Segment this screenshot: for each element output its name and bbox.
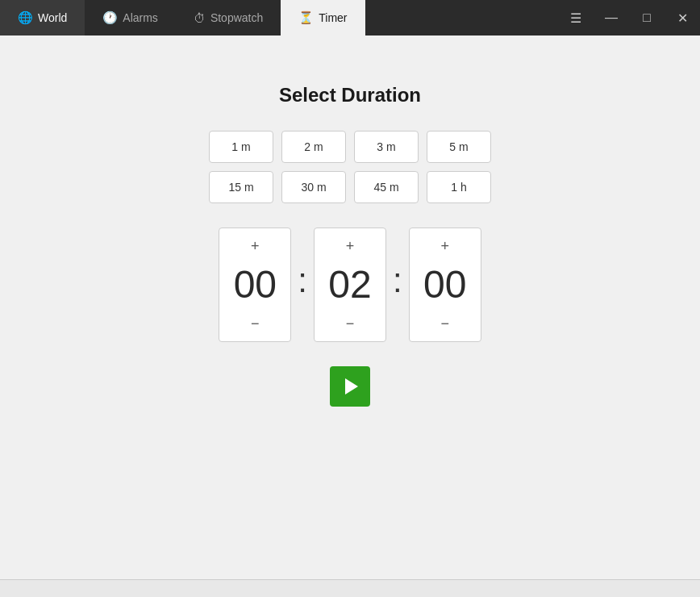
duration-15m[interactable]: 15 m [209,171,273,203]
maximize-icon: □ [643,10,651,25]
page-title: Select Duration [279,84,421,106]
separator-2: : [386,261,409,308]
stopwatch-icon: ⏱ [194,11,206,25]
main-content: Select Duration 1 m 2 m 3 m 5 m 15 m 30 … [0,35,700,579]
hours-decrement-button[interactable]: − [219,311,290,336]
hours-value: 00 [234,259,277,311]
menu-icon: ☰ [570,10,581,26]
hours-segment: + 00 − [219,228,291,342]
duration-2m[interactable]: 2 m [281,131,346,163]
duration-5m[interactable]: 5 m [427,131,491,163]
maximize-button[interactable]: □ [629,0,665,35]
tab-list: 🌐 World 🕐 Alarms ⏱ Stopwatch ⏳ Timer [0,0,558,35]
window-controls: ☰ — □ ✕ [558,0,700,35]
close-icon: ✕ [677,10,688,26]
statusbar [0,579,700,597]
duration-1h[interactable]: 1 h [427,171,491,203]
seconds-increment-button[interactable]: + [410,233,481,259]
duration-button-grid: 1 m 2 m 3 m 5 m 15 m 30 m 45 m 1 h [209,131,491,203]
duration-1m[interactable]: 1 m [209,131,273,163]
timer-icon: ⏳ [298,10,314,25]
tab-alarms[interactable]: 🕐 Alarms [85,0,176,35]
tab-timer-label: Timer [319,11,347,24]
tab-world-label: World [38,11,67,24]
duration-45m[interactable]: 45 m [354,171,419,203]
tab-timer[interactable]: ⏳ Timer [281,0,365,35]
alarm-icon: 🕐 [102,10,118,25]
seconds-segment: + 00 − [409,228,481,342]
minutes-value: 02 [328,259,371,311]
time-picker: + 00 − : + 02 − : + 00 − [219,228,481,342]
titlebar: 🌐 World 🕐 Alarms ⏱ Stopwatch ⏳ Timer ☰ —… [0,0,700,35]
separator-1: : [291,261,314,308]
tab-alarms-label: Alarms [123,11,158,24]
seconds-decrement-button[interactable]: − [410,311,481,336]
hours-increment-button[interactable]: + [219,233,290,259]
minutes-increment-button[interactable]: + [315,233,385,259]
tab-world[interactable]: 🌐 World [0,0,85,35]
minutes-decrement-button[interactable]: − [315,311,385,336]
menu-button[interactable]: ☰ [558,0,594,35]
minimize-icon: — [605,10,618,25]
tab-stopwatch[interactable]: ⏱ Stopwatch [176,0,281,35]
minutes-segment: + 02 − [314,228,386,342]
tab-stopwatch-label: Stopwatch [210,11,263,24]
duration-3m[interactable]: 3 m [354,131,419,163]
world-icon: 🌐 [18,10,33,25]
seconds-value: 00 [423,259,466,311]
duration-30m[interactable]: 30 m [281,171,346,203]
close-button[interactable]: ✕ [665,0,700,35]
play-button[interactable] [330,366,370,407]
play-icon [345,378,358,395]
minimize-button[interactable]: — [594,0,629,35]
